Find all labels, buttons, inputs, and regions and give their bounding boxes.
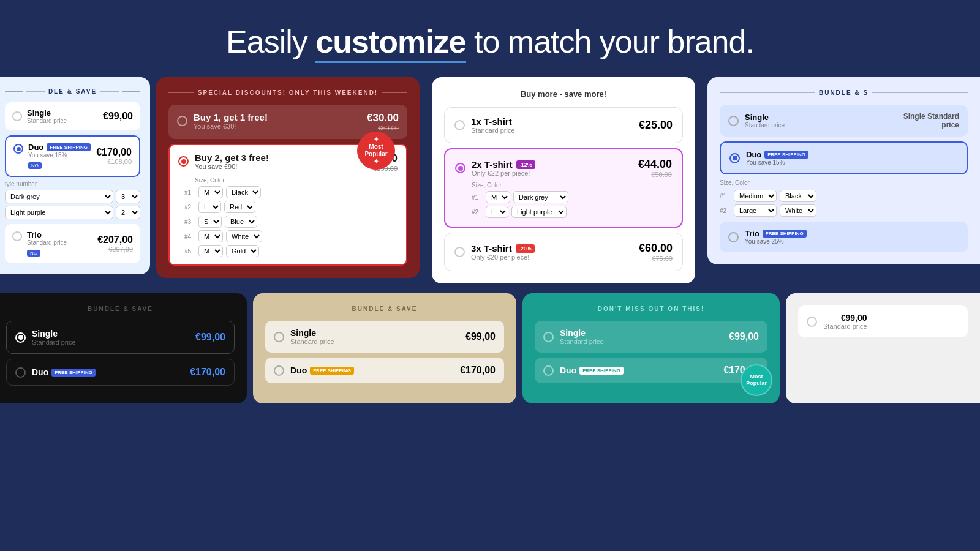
card4-option-single[interactable]: Single Standard price Single Standard pr… (720, 105, 968, 137)
c4-size-1[interactable]: Medium (734, 190, 777, 202)
cb3-duo[interactable]: Duo FREE SHIPPING €170,00 (535, 358, 767, 383)
2x-label: 2x T-shirt (472, 159, 513, 170)
cb3-title: DON'T MISS OUT ON THIS! (535, 305, 767, 312)
2x-price-old: €50.00 (638, 171, 672, 178)
c4-duo-sub: You save 15% (746, 159, 809, 166)
radio-buy2[interactable] (178, 156, 189, 167)
radio-3x[interactable] (454, 247, 465, 257)
radio-cb4-single[interactable] (807, 317, 817, 327)
size-sel-1[interactable]: M (198, 186, 223, 198)
size-sel-4[interactable]: M (198, 230, 223, 242)
radio-trio-c1[interactable] (12, 231, 22, 241)
card4-option-trio[interactable]: Trio FREE SHIPPING You save 25% (720, 222, 968, 252)
radio-cb1-single[interactable] (15, 332, 26, 343)
cb3-single[interactable]: Single Standard price €99,00 (535, 321, 767, 353)
single-sub: Standard price (27, 118, 67, 124)
radio-single-c1[interactable] (12, 111, 22, 121)
card3-option3[interactable]: 3x T-shirt -20% Only €20 per piece! €60.… (444, 233, 683, 271)
cb3-single-price: €99,00 (729, 331, 759, 342)
cb3-single-sub: Standard price (560, 338, 604, 345)
cb1-title: BUNDLE & SAVE (6, 305, 235, 312)
c4-color-2[interactable]: White (780, 204, 816, 217)
color-sel-3[interactable]: Blue (225, 216, 257, 228)
card2-option2[interactable]: ✦ Most Popular ✦ Buy 2, get 3 free! You … (168, 144, 407, 266)
card2-title: SPECIAL DISCOUNTS! ONLY THIS WEEKEND! (168, 89, 407, 96)
cb1-single[interactable]: Single Standard price €99,00 (6, 321, 235, 354)
duo-sub: You save 15% (28, 152, 91, 159)
card-light-partial: €99,00 Standard price (786, 293, 980, 403)
radio-cb3-duo[interactable] (543, 365, 554, 376)
card3-option1[interactable]: 1x T-shirt Standard price €25.00 (444, 107, 683, 143)
cb1-duo[interactable]: Duo FREE SHIPPING €170,00 (6, 359, 235, 386)
most-popular-badge: ✦ Most Popular ✦ (357, 132, 395, 170)
radio-cb2-single[interactable] (274, 332, 284, 342)
card4-option-duo[interactable]: Duo FREE SHIPPING You save 15% (720, 141, 968, 174)
card1-option-duo[interactable]: Duo FREE SHIPPING You save 15% NG €170,0… (5, 135, 140, 177)
card-teal: DON'T MISS OUT ON THIS! Single Standard … (522, 293, 780, 403)
card-buy-more: Buy more - save more! 1x T-shirt Standar… (432, 77, 695, 283)
row-5: #5 M Gold (184, 245, 398, 257)
c4-color-1[interactable]: Black (780, 190, 816, 202)
radio-2x[interactable] (455, 163, 466, 173)
card-bundle-save-blue: DLE & SAVE Single Standard price €99,00 (0, 77, 150, 274)
size-sel-5[interactable]: M (198, 245, 223, 257)
qty-select-2[interactable]: 2 (116, 206, 140, 219)
trio-tag: NG (27, 250, 40, 257)
c3-color-2[interactable]: Light purple (511, 206, 567, 218)
cb2-duo-badge: FREE SHIPPING (310, 367, 354, 375)
c4-size-2[interactable]: Large (734, 204, 777, 217)
trio-price: €207,00 (97, 234, 133, 246)
row-3: #3 S Blue (184, 216, 398, 228)
radio-cb2-duo[interactable] (274, 365, 284, 376)
size-sel-3[interactable]: S (198, 216, 222, 228)
c3-size-2[interactable]: L (486, 206, 508, 218)
radio-duo-c1[interactable] (13, 144, 23, 154)
radio-single-c4[interactable] (728, 116, 739, 126)
card4-title: BUNDLE & S (720, 89, 968, 96)
color-sel-4[interactable]: White (226, 230, 262, 242)
buy1-save: You save €30! (194, 122, 268, 130)
single-label: Single (27, 108, 67, 118)
3x-sub: Only €20 per piece! (471, 253, 535, 261)
c4-single-price: Single Standard price (898, 112, 959, 129)
2x-badge: -12% (516, 160, 535, 169)
radio-duo-c4[interactable] (729, 153, 740, 163)
cb2-single[interactable]: Single Standard price €99,00 (265, 321, 504, 353)
cb2-title: BUNDLE & SAVE (265, 305, 504, 312)
size-sel-2[interactable]: L (198, 201, 221, 213)
3x-price: €60.00 (639, 242, 673, 255)
cb3-duo-badge: FREE SHIPPING (579, 367, 624, 375)
cb2-single-sub: Standard price (290, 338, 334, 345)
radio-cb3-single[interactable] (543, 332, 554, 342)
c3-color-1[interactable]: Dark grey (513, 191, 568, 203)
color-sel-2[interactable]: Red (224, 201, 255, 213)
color-select-1[interactable]: Light purple (5, 206, 113, 219)
2x-price: €44.00 (638, 158, 672, 171)
duo-badge-free: FREE SHIPPING (47, 143, 91, 151)
card3-option2[interactable]: 2x T-shirt -12% Only €22 per piece! €44.… (444, 148, 683, 228)
header-text-after: to match your brand. (466, 24, 754, 59)
c3-size-1[interactable]: M (486, 191, 510, 203)
buy2-label: Buy 2, get 3 free! (195, 152, 269, 163)
cb2-duo[interactable]: Duo FREE SHIPPING €170,00 (265, 358, 504, 383)
radio-buy1[interactable] (177, 116, 187, 126)
color-sel-1[interactable]: Black (226, 186, 261, 198)
cb4-single-price: €99,00 (823, 313, 867, 323)
radio-1x[interactable] (454, 120, 465, 130)
card1-option-single[interactable]: Single Standard price €99,00 (5, 102, 140, 130)
card-tan: BUNDLE & SAVE Single Standard price €99,… (253, 293, 516, 403)
card1-option-trio[interactable]: Trio Standard price NG €207,00 €207,00 (5, 224, 140, 263)
cb4-single[interactable]: €99,00 Standard price (798, 305, 968, 337)
radio-trio-c4[interactable] (728, 232, 739, 242)
radio-cb1-duo[interactable] (15, 367, 26, 378)
cb1-single-sub: Standard price (32, 339, 76, 346)
cb1-single-price: €99,00 (195, 332, 225, 343)
1x-price: €25.00 (639, 119, 673, 132)
size-select-1[interactable]: Dark grey (5, 190, 113, 203)
buy2-save: You save €90! (195, 163, 269, 170)
card-black: BUNDLE & SAVE Single Standard price €99,… (0, 293, 247, 403)
qty-select-1[interactable]: 3 (116, 190, 140, 203)
cb1-duo-badge: FREE SHIPPING (51, 369, 96, 377)
duo-label: Duo (28, 143, 43, 152)
color-sel-5[interactable]: Gold (226, 245, 259, 257)
